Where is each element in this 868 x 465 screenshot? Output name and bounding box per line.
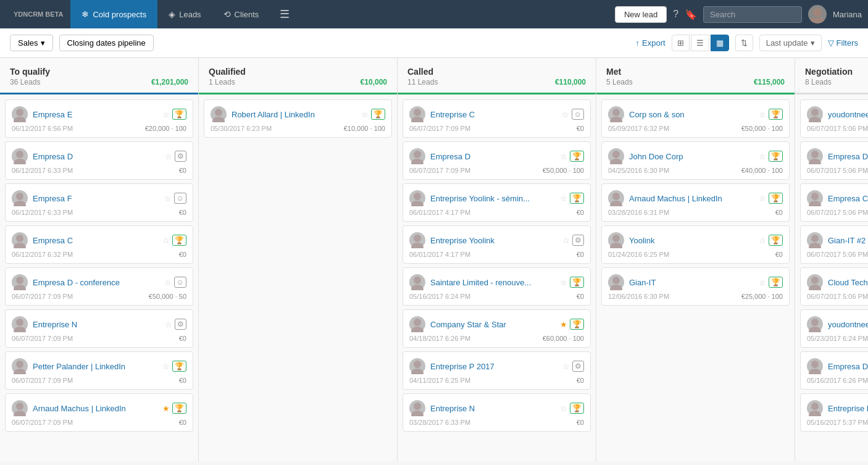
pipeline-filter-button[interactable]: Closing dates pipeline <box>59 35 154 51</box>
kanban-view-button[interactable]: ▦ <box>711 35 729 51</box>
card-name[interactable]: Entreprise Yoolink - sémin... <box>430 194 555 203</box>
card-name[interactable]: Robert Allard | LinkedIn <box>232 110 356 119</box>
trophy-icon[interactable]: 🏆 <box>769 277 783 288</box>
trophy-icon[interactable]: 🏆 <box>769 193 783 204</box>
trophy-icon[interactable]: 🏆 <box>570 319 584 330</box>
gear-icon[interactable]: ⚙ <box>572 361 584 372</box>
table-row[interactable]: Entreprise Yoolink - sémin... ☆ 🏆 06/01/… <box>403 183 591 222</box>
last-update-button[interactable]: Last update ▾ <box>759 35 822 51</box>
card-name[interactable]: Entreprise P 2017 <box>430 362 557 371</box>
trophy-icon[interactable]: 🏆 <box>172 403 186 414</box>
star-icon[interactable]: ☆ <box>162 236 170 245</box>
card-name[interactable]: Entreprise N <box>430 404 555 413</box>
card-name[interactable]: Cloud Technology <box>828 278 868 287</box>
table-row[interactable]: Arnaud Machus | LinkedIn ★ 🏆 06/07/2017 … <box>5 393 193 432</box>
card-name[interactable]: Company Star & Star <box>430 320 555 329</box>
table-row[interactable]: Entreprise K ☆ 05/16/2017 5:37 PM €0 <box>800 393 868 432</box>
table-row[interactable]: youdontneedacrm ☆ 06/07/2017 5:06 PM €0 <box>800 99 868 138</box>
table-row[interactable]: John Doe Corp ☆ 🏆 04/25/2016 6:30 PM €40… <box>601 141 790 180</box>
bookmark-icon[interactable]: 🔖 <box>685 9 697 20</box>
table-row[interactable]: Empresa F ☆ ☺ 06/12/2017 6:33 PM €0 <box>5 183 193 222</box>
star-icon[interactable]: ★ <box>162 404 170 413</box>
table-row[interactable]: Arnaud Machus | LinkedIn ☆ 🏆 03/28/2016 … <box>601 183 790 222</box>
card-name[interactable]: Arnaud Machus | LinkedIn <box>629 194 754 203</box>
table-row[interactable]: Entreprise N ☆ 🏆 03/28/2017 6:33 PM €0 <box>403 393 591 432</box>
gear-icon[interactable]: ⚙ <box>175 151 186 162</box>
table-row[interactable]: Gian-IT ☆ 🏆 12/06/2016 6:30 PM €25,000 ·… <box>601 267 790 306</box>
table-row[interactable]: Empresa D ☆ ⚙ 06/12/2017 6:33 PM €0 <box>5 141 193 180</box>
trophy-icon[interactable]: 🏆 <box>570 277 584 288</box>
trophy-icon[interactable]: 🏆 <box>769 235 783 246</box>
card-name[interactable]: Gian-IT #2 <box>828 236 868 245</box>
star-icon[interactable]: ☆ <box>759 278 766 287</box>
star-icon[interactable]: ☆ <box>560 194 567 203</box>
star-icon[interactable]: ☆ <box>361 110 369 119</box>
sort-button[interactable]: ⇅ <box>735 35 753 51</box>
star-icon[interactable]: ☆ <box>165 152 172 161</box>
card-name[interactable]: John Doe Corp <box>629 152 754 161</box>
table-row[interactable]: Empresa D ☆ 06/07/2017 5:06 PM €0 <box>800 141 868 180</box>
card-name[interactable]: Corp son & son <box>629 110 754 119</box>
card-name[interactable]: Entreprise C <box>430 110 557 119</box>
table-row[interactable]: Robert Allard | LinkedIn ☆ 🏆 05/30/2017 … <box>204 99 392 138</box>
filters-button[interactable]: ▽ Filters <box>828 38 858 48</box>
star-icon[interactable]: ☆ <box>562 236 570 245</box>
table-row[interactable]: youdontneedacrm ☆ 05/23/2017 6:24 PM €0 <box>800 309 868 348</box>
tab-clients[interactable]: ⟲ Clients <box>212 0 270 28</box>
star-icon[interactable]: ☆ <box>759 110 766 119</box>
card-name[interactable]: Gian-IT <box>629 278 754 287</box>
card-name[interactable]: Entreprise N <box>33 320 160 329</box>
smiley-icon[interactable]: ☺ <box>174 193 186 204</box>
table-row[interactable]: Empresa C ☆ 06/07/2017 5:06 PM €0 <box>800 183 868 222</box>
trophy-icon[interactable]: 🏆 <box>172 109 186 120</box>
star-icon[interactable]: ☆ <box>560 278 567 287</box>
new-lead-button[interactable]: New lead <box>615 6 667 23</box>
card-name[interactable]: Entreprise K <box>828 404 868 413</box>
table-row[interactable]: Entreprise C ☆ ☺ 06/07/2017 7:09 PM €0 <box>403 99 591 138</box>
smiley-icon[interactable]: ☺ <box>572 109 584 120</box>
table-row[interactable]: Entreprise Yoolink ☆ ⚙ 06/01/2017 4:17 P… <box>403 225 591 264</box>
card-name[interactable]: Empresa C <box>33 236 157 245</box>
grid-view-button[interactable]: ⊞ <box>672 35 690 51</box>
card-name[interactable]: Arnaud Machus | LinkedIn <box>33 404 157 413</box>
card-name[interactable]: Entreprise Yoolink <box>430 236 557 245</box>
card-name[interactable]: Petter Palander | LinkedIn <box>33 362 157 371</box>
search-input[interactable] <box>703 6 802 23</box>
table-row[interactable]: Empresa E ☆ 🏆 06/12/2017 6:56 PM €20,000… <box>5 99 193 138</box>
table-row[interactable]: Cloud Technology ☆ 06/07/2017 5:06 PM €0 <box>800 267 868 306</box>
tab-leads[interactable]: ◈ Leads <box>157 0 212 28</box>
help-icon[interactable]: ? <box>673 9 678 20</box>
table-row[interactable]: Gian-IT #2 ☆ 06/07/2017 5:06 PM €0 <box>800 225 868 264</box>
table-row[interactable]: Entreprise P 2017 ☆ ⚙ 04/11/2017 6:25 PM… <box>403 351 591 390</box>
table-row[interactable]: Entreprise N ☆ ⚙ 06/07/2017 7:09 PM €0 <box>5 309 193 348</box>
star-icon[interactable]: ☆ <box>164 278 172 287</box>
trophy-icon[interactable]: 🏆 <box>172 235 186 246</box>
card-name[interactable]: Empresa E <box>33 110 157 119</box>
hamburger-icon[interactable]: ☰ <box>272 7 297 21</box>
star-icon[interactable]: ☆ <box>165 320 172 329</box>
star-icon[interactable]: ☆ <box>162 110 170 119</box>
card-name[interactable]: Yoolink <box>629 236 754 245</box>
trophy-icon[interactable]: 🏆 <box>371 109 385 120</box>
table-row[interactable]: Empresa D ☆ 05/16/2017 6:26 PM €0 <box>800 351 868 390</box>
trophy-icon[interactable]: 🏆 <box>172 361 186 372</box>
list-view-button[interactable]: ☰ <box>691 35 709 51</box>
table-row[interactable]: Yoolink ☆ 🏆 01/24/2016 6:25 PM €0 <box>601 225 790 264</box>
trophy-icon[interactable]: 🏆 <box>769 109 783 120</box>
card-name[interactable]: youdontneedacrm <box>828 110 868 119</box>
table-row[interactable]: Petter Palander | LinkedIn ☆ 🏆 06/07/201… <box>5 351 193 390</box>
avatar[interactable] <box>808 5 827 23</box>
star-icon[interactable]: ☆ <box>759 194 766 203</box>
sales-filter-button[interactable]: Sales ▾ <box>10 35 53 51</box>
table-row[interactable]: Company Star & Star ★ 🏆 04/18/2017 6:26 … <box>403 309 591 348</box>
trophy-icon[interactable]: 🏆 <box>570 193 584 204</box>
trophy-icon[interactable]: 🏆 <box>570 151 584 162</box>
star-icon[interactable]: ☆ <box>560 404 567 413</box>
table-row[interactable]: Corp son & son ☆ 🏆 05/09/2017 6:32 PM €5… <box>601 99 790 138</box>
table-row[interactable]: Empresa D - conference ☆ ☺ 06/07/2017 7:… <box>5 267 193 306</box>
card-name[interactable]: Saintare Limited - renouve... <box>430 278 555 287</box>
card-name[interactable]: Empresa F <box>33 194 159 203</box>
tab-cold-prospects[interactable]: ❄ Cold prospects <box>70 0 157 28</box>
star-icon[interactable]: ☆ <box>162 362 170 371</box>
trophy-icon[interactable]: 🏆 <box>570 403 584 414</box>
